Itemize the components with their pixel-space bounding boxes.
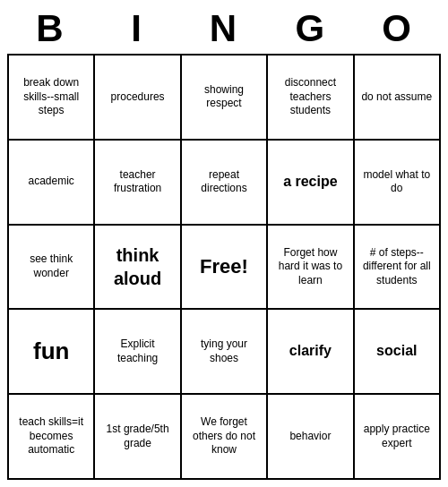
cell-3-1: Explicit teaching [95, 310, 181, 395]
cell-2-2: Free! [182, 226, 268, 311]
cell-1-3: a recipe [268, 141, 354, 226]
title-letter: N [181, 7, 268, 50]
title-letter: B [7, 7, 94, 50]
cell-1-2: repeat directions [182, 141, 268, 226]
title-letter: G [267, 7, 354, 50]
cell-4-0: teach skills=it becomes automatic [9, 395, 95, 480]
cell-0-0: break down skills--small steps [9, 56, 95, 141]
cell-4-4: apply practice expert [355, 395, 441, 480]
cell-2-4: # of steps--different for all students [355, 226, 441, 311]
cell-3-3: clarify [268, 310, 354, 395]
cell-4-1: 1st grade/5th grade [95, 395, 181, 480]
bingo-grid: break down skills--small stepsprocedures… [7, 54, 441, 480]
cell-4-2: We forget others do not know [182, 395, 268, 480]
cell-1-0: academic [9, 141, 95, 226]
cell-0-1: procedures [95, 56, 181, 141]
cell-0-2: showing respect [182, 56, 268, 141]
cell-2-1: think aloud [95, 226, 181, 311]
bingo-title: BINGO [7, 7, 441, 50]
cell-2-0: see think wonder [9, 226, 95, 311]
title-letter: O [354, 7, 441, 50]
cell-4-3: behavior [268, 395, 354, 480]
cell-3-0: fun [9, 310, 95, 395]
cell-3-4: social [355, 310, 441, 395]
cell-0-3: disconnect teachers students [268, 56, 354, 141]
title-letter: I [94, 7, 181, 50]
cell-3-2: tying your shoes [182, 310, 268, 395]
cell-2-3: Forget how hard it was to learn [268, 226, 354, 311]
cell-1-1: teacher frustration [95, 141, 181, 226]
cell-0-4: do not assume [355, 56, 441, 141]
cell-1-4: model what to do [355, 141, 441, 226]
